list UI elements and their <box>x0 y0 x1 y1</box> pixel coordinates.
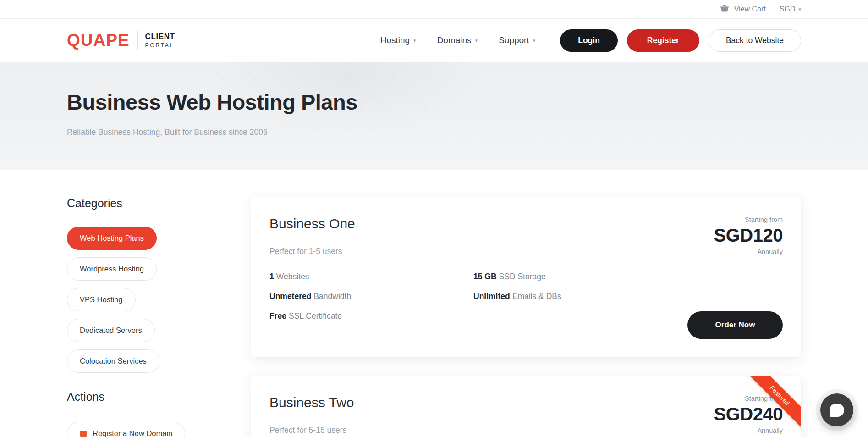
chevron-down-icon: ▾ <box>798 7 801 12</box>
nav-menu-item[interactable]: Hosting ▾ <box>380 35 416 45</box>
plan-features: 1Websites 15 GBSSD Storage UnmeteredBand… <box>269 272 683 321</box>
nav-menu-item[interactable]: Support ▾ <box>499 35 535 45</box>
category-list: Web Hosting Plans Wordpress Hosting VPS … <box>67 227 204 373</box>
feature-label: Emails & DBs <box>512 292 561 301</box>
hero-banner: Business Web Hosting Plans Reliable Busi… <box>0 62 868 170</box>
logo-line1: CLIENT <box>145 32 175 41</box>
chevron-down-icon: ▾ <box>413 38 416 43</box>
topbar: View Cart SGD ▾ <box>0 0 868 19</box>
plan-feature: UnlimitedEmails & DBs <box>473 292 683 301</box>
nav-menu-label: Support <box>499 35 529 45</box>
category-label: Dedicated Servers <box>80 326 142 335</box>
starting-from-label: Starting from <box>745 216 783 223</box>
plan-details: Business One Perfect for 1-5 users 1Webs… <box>269 216 683 339</box>
page-title: Business Web Hosting Plans <box>67 89 801 115</box>
logo-subtitle: CLIENT PORTAL <box>145 32 175 49</box>
currency-value: SGD <box>780 5 796 13</box>
header-buttons: Login Register Back to Website <box>560 29 801 52</box>
category-label: Colocation Services <box>80 357 147 365</box>
login-button[interactable]: Login <box>560 29 618 52</box>
main-nav: Hosting ▾ Domains ▾ Support ▾ <box>380 35 536 45</box>
feature-label: SSD Storage <box>499 272 546 281</box>
domain-icon <box>80 431 87 437</box>
cart-icon <box>720 5 730 14</box>
billing-cycle-label: Annually <box>757 248 783 255</box>
feature-value: 1 <box>269 272 274 281</box>
categories-heading: Categories <box>67 197 204 210</box>
plan-feature: 15 GBSSD Storage <box>473 272 683 282</box>
plan-card: Featured Business Two Perfect for 5-15 u… <box>251 376 801 437</box>
plan-card: Business One Perfect for 1-5 users 1Webs… <box>251 197 801 357</box>
view-cart-label: View Cart <box>734 5 766 13</box>
category-label: VPS Hosting <box>80 295 123 304</box>
currency-selector[interactable]: SGD ▾ <box>780 5 801 13</box>
feature-value: 15 GB <box>473 272 497 281</box>
logo[interactable]: QUAPE CLIENT PORTAL <box>67 31 175 50</box>
plan-price: SGD120 <box>714 225 783 245</box>
chevron-down-icon: ▾ <box>533 38 536 43</box>
plan-list: Business One Perfect for 1-5 users 1Webs… <box>251 197 801 437</box>
plan-description: Perfect for 1-5 users <box>269 247 683 256</box>
feature-value: Free <box>269 311 286 321</box>
category-label: Wordpress Hosting <box>80 265 144 273</box>
category-pill[interactable]: VPS Hosting <box>67 288 136 311</box>
order-now-button[interactable]: Order Now <box>687 311 783 339</box>
nav-menu-label: Domains <box>437 35 472 45</box>
action-pill[interactable]: Register a New Domain <box>67 422 185 437</box>
brand-logo-text: QUAPE <box>67 31 130 50</box>
chevron-down-icon: ▾ <box>475 38 478 43</box>
page-subtitle: Reliable Business Hosting, Built for Bus… <box>67 127 801 137</box>
plan-feature: FreeSSL Certificate <box>269 311 473 321</box>
plan-feature: 1Websites <box>269 272 473 282</box>
plan-description: Perfect for 5-15 users <box>269 426 683 435</box>
category-pill[interactable]: Wordpress Hosting <box>67 257 157 281</box>
action-label: Register a New Domain <box>93 429 172 437</box>
back-to-website-button[interactable]: Back to Website <box>709 29 801 52</box>
plan-pricing: Starting from SGD120 Annually Order Now <box>683 216 783 339</box>
plan-feature: UnmeteredBandwidth <box>269 292 473 301</box>
register-button[interactable]: Register <box>627 29 699 52</box>
nav-menu-label: Hosting <box>380 35 410 45</box>
category-pill[interactable]: Web Hosting Plans <box>67 227 157 250</box>
nav-menu-item[interactable]: Domains ▾ <box>437 35 478 45</box>
logo-line2: PORTAL <box>145 42 175 49</box>
feature-label: Bandwidth <box>313 292 351 301</box>
feature-value: Unmetered <box>269 292 311 301</box>
plan-price: SGD240 <box>714 404 783 424</box>
feature-label: Websites <box>276 272 309 281</box>
sidebar: Categories Web Hosting Plans Wordpress H… <box>67 197 204 437</box>
action-list: Register a New Domain <box>67 422 204 437</box>
feature-label: SSL Certificate <box>289 311 342 321</box>
chat-launcher-button[interactable] <box>820 393 853 426</box>
header: QUAPE CLIENT PORTAL Hosting ▾ Domains ▾ … <box>0 19 868 62</box>
chat-bubble-icon <box>830 404 844 417</box>
feature-value: Unlimited <box>473 292 510 301</box>
category-pill[interactable]: Colocation Services <box>67 349 159 373</box>
logo-divider <box>137 31 138 50</box>
actions-heading: Actions <box>67 390 204 404</box>
billing-cycle-label: Annually <box>757 427 783 434</box>
plan-pricing: Starting from SGD240 Annually <box>683 395 783 437</box>
category-pill[interactable]: Dedicated Servers <box>67 319 155 342</box>
content: Categories Web Hosting Plans Wordpress H… <box>0 170 868 437</box>
plan-name: Business One <box>269 216 683 232</box>
view-cart-link[interactable]: View Cart <box>720 5 766 14</box>
plan-name: Business Two <box>269 395 683 410</box>
category-label: Web Hosting Plans <box>80 234 144 243</box>
plan-details: Business Two Perfect for 5-15 users <box>269 395 683 437</box>
